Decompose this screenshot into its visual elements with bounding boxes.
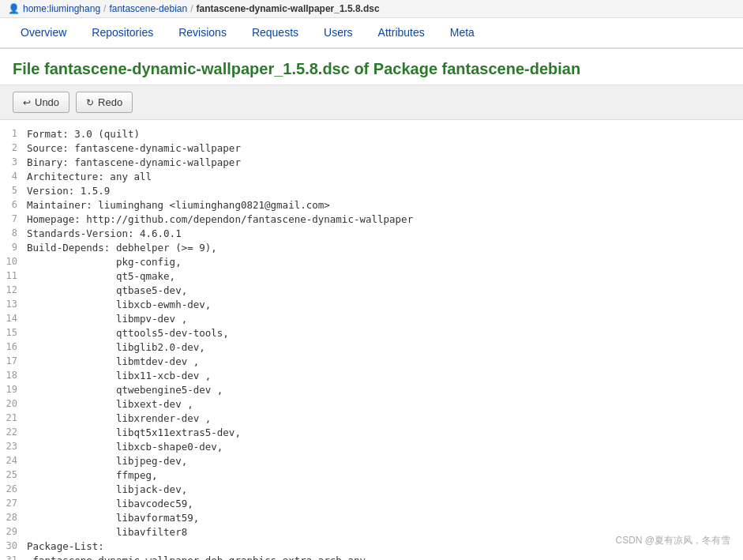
redo-button[interactable]: ↻ Redo [76,92,133,113]
line-content: libjack-dev, [24,483,187,495]
line-content: libavfilter8 [24,526,187,538]
toolbar: ↩ Undo ↻ Redo [0,85,743,120]
line-number: 3 [0,156,24,167]
code-line: 15 qttools5-dev-tools, [0,327,743,341]
page-title: File fantascene-dynamic-wallpaper_1.5.8.… [0,49,743,85]
line-content: Package-List: [24,540,104,552]
line-content: pkg-config, [24,256,182,268]
code-line: 18 libx11-xcb-dev , [0,370,743,384]
tab-attributes[interactable]: Attributes [366,18,437,49]
line-number: 6 [0,199,24,210]
code-line: 28 libavformat59, [0,512,743,526]
code-area: 1Format: 3.0 (quilt)2Source: fantascene-… [0,120,743,560]
line-number: 18 [0,370,24,381]
code-line: 17 libmtdev-dev , [0,355,743,370]
undo-label: Undo [35,96,59,108]
tab-overview[interactable]: Overview [8,18,79,49]
line-content: libqt5x11extras5-dev, [24,427,241,438]
line-content: fantascene-dynamic-wallpaper deb graphic… [24,554,366,560]
line-number: 4 [0,171,24,182]
line-number: 25 [0,469,24,480]
line-number: 14 [0,313,24,324]
code-line: 27 libavcodec59, [0,498,743,512]
line-number: 30 [0,540,24,551]
code-line: 22 libqt5x11extras5-dev, [0,427,743,441]
tab-users[interactable]: Users [311,18,366,49]
line-content: libmtdev-dev , [24,355,199,367]
breadcrumb-repo-link[interactable]: fantascene-debian [109,3,187,14]
breadcrumb-user-link[interactable]: home:liuminghang [23,3,100,14]
line-number: 23 [0,441,24,452]
line-number: 7 [0,213,24,224]
code-line: 2Source: fantascene-dynamic-wallpaper [0,142,743,156]
line-number: 15 [0,327,24,338]
line-number: 21 [0,412,24,423]
line-number: 16 [0,341,24,352]
code-line: 14 libmpv-dev , [0,313,743,327]
line-content: libmpv-dev , [24,313,187,325]
line-number: 17 [0,355,24,366]
code-line: 26 libjack-dev, [0,483,743,498]
code-line: 16 libglib2.0-dev, [0,341,743,355]
breadcrumb: 👤 home:liuminghang / fantascene-debian /… [0,0,743,18]
code-line: 21 libxrender-dev , [0,412,743,427]
code-line: 23 libxcb-shape0-dev, [0,441,743,455]
line-content: libavformat59, [24,512,199,524]
line-number: 28 [0,512,24,523]
line-content: qtwebengine5-dev , [24,384,223,396]
code-line: 4Architecture: any all [0,171,743,185]
code-line: 31 fantascene-dynamic-wallpaper deb grap… [0,554,743,560]
breadcrumb-current: fantascene-dynamic-wallpaper_1.5.8.dsc [197,3,380,14]
user-icon: 👤 [8,3,20,14]
line-content: Binary: fantascene-dynamic-wallpaper [24,156,241,168]
line-content: qttools5-dev-tools, [24,327,229,339]
code-line: 1Format: 3.0 (quilt) [0,128,743,142]
code-line: 9Build-Depends: debhelper (>= 9), [0,242,743,256]
line-number: 5 [0,185,24,196]
line-number: 19 [0,384,24,395]
line-number: 31 [0,554,24,560]
line-content: libglib2.0-dev, [24,341,205,353]
redo-icon: ↻ [86,97,94,108]
tab-requests[interactable]: Requests [239,18,311,49]
line-number: 10 [0,256,24,267]
line-content: Standards-Version: 4.6.0.1 [24,227,182,239]
line-number: 1 [0,128,24,139]
code-line: 19 qtwebengine5-dev , [0,384,743,398]
code-line: 24 libjpeg-dev, [0,455,743,469]
code-line: 3Binary: fantascene-dynamic-wallpaper [0,156,743,171]
code-line: 5Version: 1.5.9 [0,185,743,199]
line-number: 12 [0,284,24,295]
undo-icon: ↩ [23,97,31,108]
code-line: 11 qt5-qmake, [0,270,743,284]
line-content: Version: 1.5.9 [24,185,110,197]
code-line: 25 ffmpeg, [0,469,743,483]
line-content: ffmpeg, [24,469,158,481]
line-content: Source: fantascene-dynamic-wallpaper [24,142,241,154]
line-content: libavcodec59, [24,498,193,509]
line-content: Homepage: http://github.com/dependon/fan… [24,213,413,225]
line-content: Build-Depends: debhelper (>= 9), [24,242,217,254]
line-number: 27 [0,498,24,509]
line-content: qtbase5-dev, [24,284,187,296]
line-number: 29 [0,526,24,537]
breadcrumb-sep1: / [103,3,106,14]
tab-repositories[interactable]: Repositories [79,18,166,49]
line-number: 8 [0,227,24,239]
code-line: 13 libxcb-ewmh-dev, [0,299,743,313]
undo-button[interactable]: ↩ Undo [13,92,69,113]
tab-meta[interactable]: Meta [437,18,487,49]
line-content: Format: 3.0 (quilt) [24,128,140,140]
code-line: 12 qtbase5-dev, [0,284,743,299]
code-line: 20 libxext-dev , [0,398,743,412]
watermark: CSDN @夏有凉风，冬有雪 [615,534,730,547]
line-content: libxrender-dev , [24,412,211,424]
line-content: libjpeg-dev, [24,455,187,467]
line-content: libxext-dev , [24,398,193,410]
line-number: 9 [0,242,24,253]
code-line: 6Maintainer: liuminghang <liuminghang082… [0,199,743,213]
line-content: libxcb-ewmh-dev, [24,299,211,310]
line-content: Maintainer: liuminghang <liuminghang0821… [24,199,330,211]
tab-revisions[interactable]: Revisions [166,18,239,49]
line-number: 20 [0,398,24,409]
